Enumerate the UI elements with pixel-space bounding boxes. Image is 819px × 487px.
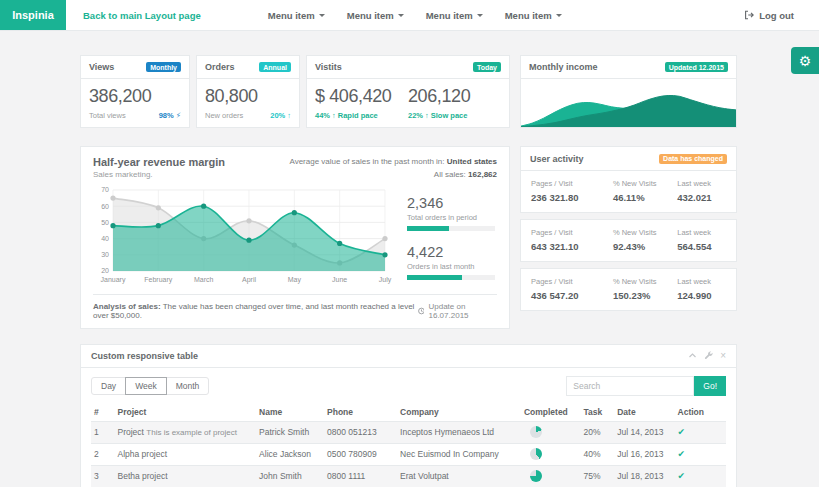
- user-activity-panel: User activity Data has changed Pages / V…: [520, 146, 737, 329]
- back-to-layout-link[interactable]: Back to main Layout page: [66, 0, 217, 30]
- menu-item-2[interactable]: Menu item: [336, 0, 415, 30]
- orders-period-value: 2,346: [407, 195, 495, 211]
- period-button-week[interactable]: Week: [125, 377, 167, 395]
- data-changed-badge: Data has changed: [659, 154, 727, 164]
- sign-out-icon: [744, 10, 754, 20]
- ua-value: 643 321.10: [531, 241, 613, 252]
- svg-text:April: April: [242, 276, 256, 284]
- theme-settings-button[interactable]: ⚙: [791, 47, 819, 74]
- menu-item-3[interactable]: Menu item: [415, 0, 494, 30]
- ua-label: % New Visits: [613, 228, 677, 237]
- ua-label: Last week: [677, 228, 726, 237]
- logout-button[interactable]: Log out: [744, 0, 819, 30]
- orders-period-label: Total orders in period: [407, 213, 495, 222]
- views-value: 386,200: [89, 86, 181, 107]
- orders-month-label: Orders in last month: [407, 262, 495, 271]
- period-button-month[interactable]: Month: [166, 377, 210, 395]
- column-header-completed: Completed: [521, 403, 581, 422]
- check-icon[interactable]: ✔: [678, 471, 686, 481]
- gears-icon: ⚙: [799, 53, 812, 69]
- orders-card-title: Orders: [205, 62, 235, 72]
- vistits-metric-1: $ 406,420 44%↑Rapid pace: [315, 83, 408, 120]
- ua-value: 564.554: [677, 241, 726, 252]
- orders-month-progress: [407, 275, 495, 280]
- ua-value: 150.23%: [613, 290, 677, 301]
- views-stat: 98%⚡: [159, 111, 181, 120]
- svg-text:July: July: [379, 276, 392, 284]
- ua-label: Last week: [677, 277, 726, 286]
- orders-month-value: 4,422: [407, 244, 495, 260]
- views-sub-label: Total views: [89, 111, 126, 120]
- column-header-task: Task: [581, 403, 615, 422]
- vistits-card-title: Vistits: [315, 62, 342, 72]
- completed-pie-icon: [530, 426, 542, 438]
- svg-text:70: 70: [101, 186, 109, 193]
- ua-value: 124.990: [677, 290, 726, 301]
- svg-text:20: 20: [101, 267, 109, 274]
- svg-text:May: May: [288, 276, 302, 284]
- check-icon[interactable]: ✔: [678, 449, 686, 459]
- close-icon[interactable]: ×: [720, 351, 726, 361]
- caret-down-icon: [556, 14, 562, 17]
- svg-text:March: March: [194, 276, 214, 283]
- revenue-summary: Average value of sales in the past month…: [289, 156, 497, 182]
- logout-label: Log out: [759, 10, 794, 21]
- income-card-title: Monthly income: [529, 62, 598, 72]
- revenue-panel-title: Half-year revenue margin: [93, 156, 225, 168]
- check-icon[interactable]: ✔: [678, 427, 686, 437]
- ua-label: Pages / Visit: [531, 228, 613, 237]
- user-activity-row: Pages / Visit236 321.80% New Visits46.11…: [521, 171, 736, 212]
- vistits-card: Vistits Today $ 406,420 44%↑Rapid pace 2…: [306, 55, 510, 128]
- monthly-income-card: Monthly income Updated 12.2015: [520, 55, 737, 128]
- income-area-chart: [521, 79, 736, 127]
- ua-label: Last week: [677, 179, 726, 188]
- ua-value: 432.021: [677, 192, 726, 203]
- revenue-panel: Half-year revenue margin Sales marketing…: [80, 146, 510, 329]
- menu-item-4[interactable]: Menu item: [494, 0, 573, 30]
- column-header-action: Action: [675, 403, 726, 422]
- ua-value: 436 547.20: [531, 290, 613, 301]
- caret-down-icon: [398, 14, 404, 17]
- go-button[interactable]: Go!: [694, 376, 726, 396]
- orders-card: Orders Annual 80,800 New orders 20%↑: [196, 55, 300, 128]
- top-navbar: Inspinia Back to main Layout page Menu i…: [0, 0, 819, 31]
- projects-table: #ProjectNamePhoneCompanyCompletedTaskDat…: [91, 403, 726, 487]
- svg-text:January: January: [101, 276, 126, 284]
- svg-text:June: June: [332, 276, 347, 283]
- ua-label: Pages / Visit: [531, 179, 613, 188]
- user-activity-row: Pages / Visit643 321.10% New Visits92.43…: [521, 220, 736, 261]
- svg-text:50: 50: [101, 218, 109, 225]
- level-up-icon: ↑: [332, 111, 336, 120]
- caret-down-icon: [319, 14, 325, 17]
- user-activity-box: Pages / Visit643 321.10% New Visits92.43…: [520, 219, 737, 262]
- menu-item-1[interactable]: Menu item: [257, 0, 336, 30]
- vistits-metric-2: 206,120 22%↑Slow pace: [408, 83, 501, 120]
- user-activity-row: Pages / Visit436 547.20% New Visits150.2…: [521, 269, 736, 310]
- table-row: 1Project This is example of projectPatri…: [91, 421, 726, 443]
- user-activity-title: User activity: [530, 154, 584, 164]
- page-content: Views Monthly 386,200 Total views 98%⚡ O…: [0, 31, 737, 487]
- svg-text:February: February: [144, 276, 173, 284]
- table-row: 3Betha projectJohn Smith0800 1111Erat Vo…: [91, 465, 726, 487]
- wrench-icon[interactable]: [704, 351, 713, 360]
- ua-label: % New Visits: [613, 277, 677, 286]
- brand-logo[interactable]: Inspinia: [0, 0, 66, 30]
- svg-text:40: 40: [101, 235, 109, 242]
- completed-pie-icon: [530, 448, 542, 460]
- user-activity-box: Pages / Visit436 547.20% New Visits150.2…: [520, 268, 737, 311]
- updated-badge: Updated 12.2015: [665, 62, 728, 72]
- custom-table-panel: Custom responsive table × DayWeekMonth G…: [80, 344, 737, 487]
- caret-down-icon: [477, 14, 483, 17]
- monthly-badge: Monthly: [146, 62, 181, 72]
- revenue-stats: 2,346 Total orders in period 4,422 Order…: [393, 185, 497, 293]
- column-header-project: Project: [114, 403, 256, 422]
- annual-badge: Annual: [259, 62, 291, 72]
- column-header-phone: Phone: [324, 403, 397, 422]
- orders-stat: 20%↑: [270, 111, 291, 120]
- search-input[interactable]: [566, 376, 694, 396]
- collapse-icon[interactable]: [688, 351, 697, 360]
- completed-pie-icon: [530, 470, 542, 482]
- navbar-menu: Menu itemMenu itemMenu itemMenu item: [257, 0, 573, 30]
- period-button-day[interactable]: Day: [91, 377, 126, 395]
- svg-text:60: 60: [101, 202, 109, 209]
